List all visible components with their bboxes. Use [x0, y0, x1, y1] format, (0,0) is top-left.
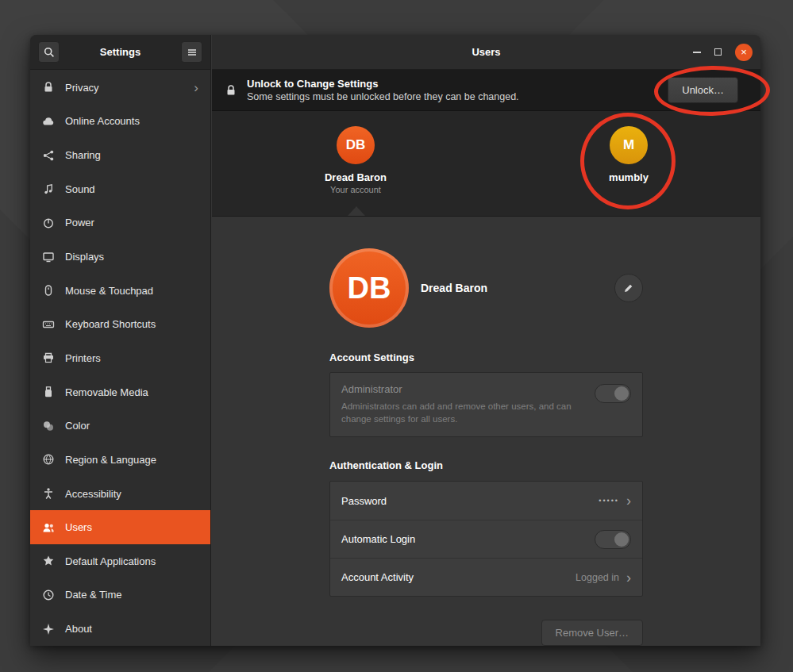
window-title: Users: [472, 46, 500, 58]
hamburger-icon: [186, 46, 198, 59]
profile-name: Dread Baron: [421, 282, 487, 294]
user-name: Dread Baron: [288, 171, 423, 183]
remove-user-button[interactable]: Remove User…: [541, 620, 643, 646]
banner-text: Unlock to Change Settings Some settings …: [247, 78, 519, 102]
user-subtitle: Your account: [288, 185, 423, 194]
administrator-description: Administrators can add and remove other …: [341, 401, 579, 425]
sidebar-item-label: Power: [65, 217, 94, 228]
sidebar-item-privacy[interactable]: Privacy ›: [30, 71, 210, 105]
sidebar-item-label: Removable Media: [65, 386, 148, 398]
sidebar-item-removable-media[interactable]: Removable Media: [30, 375, 210, 409]
sidebar-item-label: Date & Time: [65, 589, 122, 601]
user-name: mumbly: [561, 171, 696, 183]
avatar-mumbly: M: [610, 126, 648, 164]
sidebar-item-label: Accessibility: [65, 488, 121, 500]
administrator-card: Administrator Administrators can add and…: [329, 372, 643, 437]
sidebar-item-label: Sharing: [65, 149, 101, 161]
power-icon: [42, 217, 55, 229]
sidebar-item-users[interactable]: Users: [30, 510, 210, 544]
settings-window: Settings Privacy › Online Accounts Shari…: [30, 35, 760, 646]
sidebar-item-date-time[interactable]: Date & Time: [30, 578, 210, 612]
sidebar-item-label: Users: [65, 521, 92, 533]
sidebar-item-label: Mouse & Touchpad: [65, 285, 153, 297]
sidebar-item-region-language[interactable]: Region & Language: [30, 443, 210, 477]
automatic-login-row: Automatic Login: [330, 520, 642, 558]
toggle-knob: [614, 532, 629, 547]
accessibility-icon: [42, 487, 55, 500]
banner-title: Unlock to Change Settings: [247, 78, 519, 90]
search-icon: [43, 46, 56, 59]
administrator-toggle[interactable]: [595, 384, 631, 403]
sidebar-item-label: Color: [65, 420, 90, 432]
search-button[interactable]: [38, 41, 60, 63]
chevron-right-icon: ›: [626, 570, 631, 585]
mouse-icon: [42, 284, 55, 297]
sidebar-item-mouse-touchpad[interactable]: Mouse & Touchpad: [30, 274, 210, 308]
sidebar-item-color[interactable]: Color: [30, 409, 210, 443]
user-card-dread-baron[interactable]: DB Dread Baron Your account: [288, 126, 423, 194]
sidebar-item-label: Region & Language: [65, 454, 156, 466]
profile-avatar: DB: [329, 248, 409, 328]
password-row[interactable]: Password ••••• ›: [330, 482, 642, 520]
account-activity-row[interactable]: Account Activity Logged in ›: [330, 558, 642, 596]
user-card-mumbly[interactable]: M mumbly: [561, 126, 696, 183]
toggle-knob: [614, 386, 629, 401]
sidebar-item-label: Default Applications: [65, 555, 156, 567]
sound-note-icon: [42, 182, 55, 195]
sidebar-item-label: Sound: [65, 183, 95, 195]
unlock-button[interactable]: Unlock…: [668, 77, 738, 103]
chevron-right-icon: ›: [194, 81, 198, 94]
sidebar-item-default-applications[interactable]: Default Applications: [30, 544, 210, 578]
automatic-login-label: Automatic Login: [341, 533, 415, 545]
unlock-banner: Unlock to Change Settings Some settings …: [212, 70, 760, 111]
minimize-button[interactable]: [693, 52, 701, 53]
sidebar-item-sound[interactable]: Sound: [30, 172, 210, 206]
color-icon: [42, 420, 55, 432]
sidebar-item-sharing[interactable]: Sharing: [30, 138, 210, 172]
sidebar-item-label: About: [65, 623, 92, 635]
menu-button[interactable]: [181, 41, 202, 63]
sidebar: Settings Privacy › Online Accounts Shari…: [30, 35, 211, 646]
user-carousel: DB Dread Baron Your account M mumbly: [212, 111, 760, 217]
clock-icon: [42, 589, 55, 601]
sidebar-list: Privacy › Online Accounts Sharing Sound …: [30, 71, 210, 646]
sidebar-item-keyboard-shortcuts[interactable]: Keyboard Shortcuts: [30, 307, 210, 341]
close-button[interactable]: ×: [735, 44, 753, 61]
titlebar: Users ×: [212, 35, 760, 70]
maximize-button[interactable]: [714, 48, 722, 56]
account-activity-value: Logged in: [576, 572, 619, 583]
sparkle-icon: [42, 623, 55, 636]
keyboard-icon: [42, 318, 55, 331]
auth-login-heading: Authentication & Login: [329, 459, 643, 471]
chevron-right-icon: ›: [626, 493, 631, 508]
sidebar-item-label: Keyboard Shortcuts: [65, 318, 156, 330]
sidebar-item-label: Privacy: [65, 82, 99, 94]
cloud-icon: [42, 115, 55, 128]
removable-media-icon: [42, 386, 55, 398]
sidebar-item-online-accounts[interactable]: Online Accounts: [30, 105, 210, 139]
account-activity-label: Account Activity: [341, 571, 414, 583]
sidebar-header: Settings: [30, 35, 210, 70]
sidebar-item-about[interactable]: About: [30, 612, 210, 646]
sidebar-item-power[interactable]: Power: [30, 206, 210, 240]
pencil-icon: [622, 282, 635, 294]
password-label: Password: [341, 495, 387, 507]
share-icon: [42, 149, 55, 162]
displays-icon: [42, 251, 55, 263]
password-dots: •••••: [599, 497, 619, 505]
administrator-label: Administrator: [341, 383, 631, 395]
automatic-login-toggle[interactable]: [595, 530, 631, 549]
users-icon: [42, 521, 55, 534]
sidebar-item-displays[interactable]: Displays: [30, 240, 210, 274]
sidebar-item-accessibility[interactable]: Accessibility: [30, 477, 210, 511]
star-icon: [42, 555, 55, 567]
edit-avatar-button[interactable]: [614, 274, 643, 302]
sidebar-item-printers[interactable]: Printers: [30, 341, 210, 375]
sidebar-item-label: Printers: [65, 352, 101, 364]
selected-user-notch: [348, 206, 365, 216]
printer-icon: [42, 351, 55, 364]
lock-icon: [225, 84, 237, 97]
sidebar-item-label: Displays: [65, 251, 104, 263]
avatar-dread-baron: DB: [337, 126, 375, 164]
profile-row: DB Dread Baron: [329, 248, 643, 328]
